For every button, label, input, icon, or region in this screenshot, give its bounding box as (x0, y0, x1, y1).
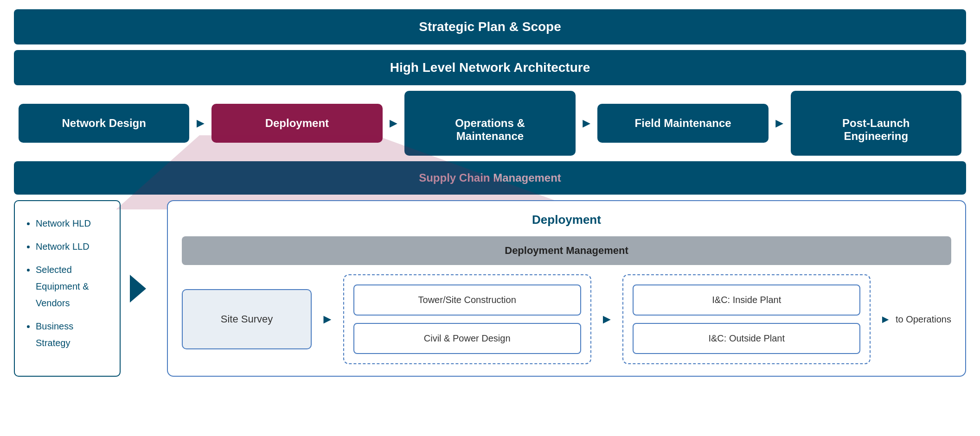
phase-row: Network Design ► Deployment ► Operations… (14, 91, 966, 156)
left-item-0: Network HLD (36, 215, 108, 232)
page-wrapper: Strategic Plan & Scope High Level Networ… (0, 0, 980, 436)
arrow-3: ► (580, 116, 593, 131)
svg-marker-1 (130, 275, 146, 303)
network-banner-text: High Level Network Architecture (390, 60, 590, 75)
deployment-content-row: Site Survey ► Tower/Site Construction Ci… (182, 274, 951, 364)
left-item-2: Selected Equipment & Vendors (36, 261, 108, 311)
sub-box-civil: Civil & Power Design (353, 323, 581, 354)
strategic-banner-text: Strategic Plan & Scope (419, 19, 561, 34)
arrow-4: ► (773, 116, 786, 131)
dashed-group-1: Tower/Site Construction Civil & Power De… (343, 274, 591, 364)
arrow-1: ► (194, 116, 207, 131)
arrow-2: ► (387, 116, 400, 131)
phase-deployment: Deployment (211, 104, 382, 143)
left-item-3: Business Strategy (36, 318, 108, 351)
dashed-group-2: I&C: Inside Plant I&C: Outside Plant (622, 274, 871, 364)
content-arrow-1: ► (321, 312, 334, 327)
strategic-banner: Strategic Plan & Scope (14, 9, 966, 44)
sub-box-outside-plant: I&C: Outside Plant (633, 323, 860, 354)
input-arrow-icon (130, 270, 158, 307)
sub-box-tower: Tower/Site Construction (353, 284, 581, 316)
to-operations-arrow-icon: ► (880, 313, 891, 326)
phase-field-maintenance: Field Maintenance (597, 104, 768, 143)
supply-banner: Supply Chain Management (14, 161, 966, 195)
input-arrow (130, 200, 158, 377)
content-arrow-2: ► (601, 312, 614, 327)
supply-banner-text: Supply Chain Management (419, 171, 561, 184)
deployment-title: Deployment (182, 213, 951, 227)
phase-network-design: Network Design (19, 104, 189, 143)
bottom-section: Network HLD Network LLD Selected Equipme… (14, 200, 966, 377)
left-item-1: Network LLD (36, 238, 108, 255)
network-banner: High Level Network Architecture (14, 50, 966, 85)
phase-operations: Operations & Maintenance (404, 91, 575, 156)
site-survey-box: Site Survey (182, 289, 312, 349)
to-operations: ► to Operations (880, 313, 951, 326)
left-panel: Network HLD Network LLD Selected Equipme… (14, 200, 121, 377)
sub-box-inside-plant: I&C: Inside Plant (633, 284, 860, 316)
to-operations-label: to Operations (896, 314, 951, 325)
deployment-mgmt-bar: Deployment Management (182, 236, 951, 265)
phase-post-launch: Post-Launch Engineering (791, 91, 961, 156)
deployment-main-box: Deployment Deployment Management Site Su… (167, 200, 966, 377)
